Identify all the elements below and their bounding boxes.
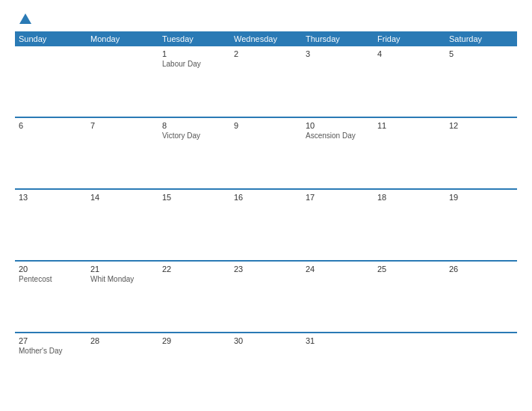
week-row-1: 1Labour Day2345 — [15, 46, 517, 118]
day-cell-w4-d7: 26 — [445, 262, 517, 332]
day-number: 2 — [234, 49, 298, 58]
day-event: Labour Day — [162, 59, 226, 69]
logo — [15, 13, 34, 24]
day-cell-w3-d2: 14 — [87, 190, 158, 260]
day-cell-w2-d3: 8Victory Day — [158, 118, 230, 188]
day-cell-w2-d6: 11 — [374, 118, 445, 188]
day-cell-w3-d3: 15 — [158, 190, 230, 260]
day-number: 15 — [162, 193, 226, 202]
day-number: 24 — [306, 265, 370, 274]
day-cell-w4-d1: 20Pentecost — [15, 262, 87, 332]
day-event: Whit Monday — [90, 274, 155, 284]
day-cell-w3-d6: 18 — [374, 190, 445, 260]
day-cell-w2-d5: 10Ascension Day — [302, 118, 374, 188]
day-number: 29 — [162, 336, 226, 345]
header-wednesday: Wednesday — [230, 31, 302, 46]
day-cell-w3-d4: 16 — [230, 190, 302, 260]
day-event: Ascension Day — [306, 131, 370, 140]
day-cell-w2-d4: 9 — [230, 118, 302, 188]
day-number: 8 — [162, 121, 226, 130]
header-thursday: Thursday — [302, 31, 374, 46]
day-number: 9 — [234, 121, 298, 130]
day-cell-w4-d3: 22 — [158, 262, 230, 332]
day-cell-w1-d7: 5 — [445, 46, 517, 117]
day-cell-w2-d7: 12 — [445, 118, 517, 188]
day-cell-w4-d5: 24 — [302, 262, 374, 332]
day-number: 11 — [377, 121, 442, 130]
day-cell-w5-d5: 31 — [302, 333, 374, 404]
day-number: 18 — [377, 193, 442, 202]
day-number: 12 — [449, 121, 513, 130]
day-cell-w5-d4: 30 — [230, 333, 302, 404]
week-row-2: 678Victory Day910Ascension Day1112 — [15, 118, 517, 190]
day-number: 6 — [19, 121, 83, 130]
day-number: 20 — [19, 265, 83, 274]
day-headers-row: Sunday Monday Tuesday Wednesday Thursday… — [15, 31, 517, 46]
day-event: Mother's Day — [19, 346, 83, 356]
header-friday: Friday — [374, 31, 445, 46]
day-cell-w5-d2: 28 — [87, 333, 158, 404]
header-sunday: Sunday — [15, 31, 87, 46]
day-cell-w3-d1: 13 — [15, 190, 87, 260]
day-number: 28 — [90, 336, 155, 345]
week-row-3: 13141516171819 — [15, 190, 517, 262]
day-number: 17 — [306, 193, 370, 202]
day-number: 21 — [90, 265, 155, 274]
page-header — [15, 13, 517, 24]
weeks-container: 1Labour Day2345678Victory Day910Ascensio… — [15, 46, 517, 404]
day-number: 4 — [377, 49, 442, 58]
day-cell-w4-d4: 23 — [230, 262, 302, 332]
day-cell-w1-d4: 2 — [230, 46, 302, 117]
day-event: Victory Day — [162, 131, 226, 140]
day-cell-w3-d5: 17 — [302, 190, 374, 260]
day-number: 22 — [162, 265, 226, 274]
day-number: 5 — [449, 49, 513, 58]
day-number: 27 — [19, 336, 83, 345]
header-tuesday: Tuesday — [158, 31, 230, 46]
week-row-4: 20Pentecost21Whit Monday2223242526 — [15, 262, 517, 333]
day-number: 7 — [90, 121, 155, 130]
day-number: 19 — [449, 193, 513, 202]
day-cell-w5-d3: 29 — [158, 333, 230, 404]
day-cell-w1-d3: 1Labour Day — [158, 46, 230, 117]
day-cell-w5-d1: 27Mother's Day — [15, 333, 87, 404]
day-number: 26 — [449, 265, 513, 274]
day-number: 1 — [162, 49, 226, 58]
day-number: 30 — [234, 336, 298, 345]
header-monday: Monday — [87, 31, 158, 46]
day-number: 16 — [234, 193, 298, 202]
day-cell-w4-d2: 21Whit Monday — [87, 262, 158, 332]
day-cell-w1-d6: 4 — [374, 46, 445, 117]
day-number: 14 — [90, 193, 155, 202]
day-number: 23 — [234, 265, 298, 274]
day-cell-w1-d2 — [87, 46, 158, 117]
day-number: 25 — [377, 265, 442, 274]
day-cell-w1-d1 — [15, 46, 87, 117]
day-cell-w5-d6 — [374, 333, 445, 404]
day-cell-w5-d7 — [445, 333, 517, 404]
day-cell-w2-d2: 7 — [87, 118, 158, 188]
header-saturday: Saturday — [445, 31, 517, 46]
day-cell-w3-d7: 19 — [445, 190, 517, 260]
week-row-5: 27Mother's Day28293031 — [15, 333, 517, 404]
day-number: 13 — [19, 193, 83, 202]
day-cell-w4-d6: 25 — [374, 262, 445, 332]
day-cell-w1-d5: 3 — [302, 46, 374, 117]
day-number: 10 — [306, 121, 370, 130]
calendar-page: Sunday Monday Tuesday Wednesday Thursday… — [0, 0, 532, 411]
day-cell-w2-d1: 6 — [15, 118, 87, 188]
day-number: 31 — [306, 336, 370, 345]
calendar: Sunday Monday Tuesday Wednesday Thursday… — [15, 31, 517, 404]
day-number: 3 — [306, 49, 370, 58]
logo-triangle-icon — [19, 13, 31, 24]
day-event: Pentecost — [19, 274, 83, 284]
